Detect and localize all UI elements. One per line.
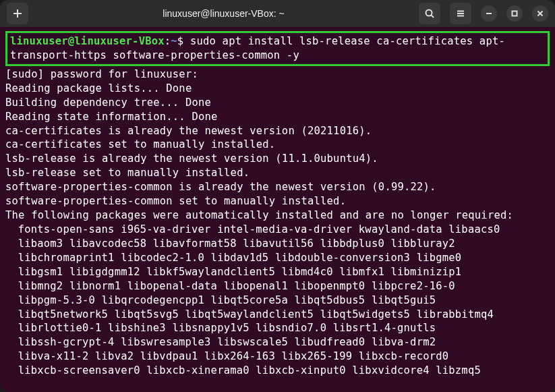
package-line: libssh-gcrypt-4 libswresample3 libswscal… bbox=[5, 335, 550, 349]
output-line: [sudo] password for linuxuser: bbox=[5, 67, 550, 82]
maximize-button[interactable] bbox=[506, 5, 523, 22]
package-line: libpgm-5.3-0 libqrcodegencpp1 libqt5core… bbox=[5, 293, 550, 308]
prompt-path: ~ bbox=[171, 35, 177, 47]
titlebar-right bbox=[419, 3, 548, 24]
window-title: linuxuser@linuxuser-VBox: ~ bbox=[34, 8, 413, 19]
terminal-window: linuxuser@linuxuser-VBox: ~ linuxuser@li… bbox=[0, 0, 555, 392]
titlebar: linuxuser@linuxuser-VBox: ~ bbox=[0, 0, 555, 27]
minimize-button[interactable] bbox=[481, 5, 497, 22]
output-line: software-properties-common is already th… bbox=[5, 180, 550, 194]
package-line: fonts-open-sans i965-va-driver intel-med… bbox=[5, 223, 550, 237]
output-line: lsb-release set to manually installed. bbox=[5, 166, 550, 180]
close-button[interactable] bbox=[532, 5, 548, 22]
output-line: software-properties-common set to manual… bbox=[5, 194, 550, 208]
prompt-dollar: $ bbox=[177, 35, 190, 47]
package-line: libgsm1 libigdgmm12 libkf5waylandclient5… bbox=[5, 265, 550, 279]
output-line: ca-certificates set to manually installe… bbox=[5, 138, 550, 152]
output-line: Reading state information... Done bbox=[5, 110, 550, 124]
prompt-user-host: linuxuser@linuxuser-VBox bbox=[10, 35, 165, 47]
titlebar-left bbox=[7, 3, 28, 24]
package-line: libxcb-screensaver0 libxcb-xinerama0 lib… bbox=[5, 364, 550, 378]
output-line: Building dependency tree... Done bbox=[5, 96, 550, 110]
package-line: libqt5network5 libqt5svg5 libqt5waylandc… bbox=[5, 308, 550, 322]
package-line: libaom3 libavcodec58 libavformat58 libav… bbox=[5, 237, 550, 251]
menu-button[interactable] bbox=[450, 3, 471, 24]
output-line: ca-certificates is already the newest ve… bbox=[5, 124, 550, 138]
new-tab-button[interactable] bbox=[7, 3, 28, 24]
command-highlight: linuxuser@linuxuser-VBox:~$ sudo apt ins… bbox=[5, 31, 550, 66]
prompt-colon: : bbox=[165, 35, 171, 47]
output-line: The following packages were automaticall… bbox=[5, 208, 550, 223]
output-line: Reading package lists... Done bbox=[5, 82, 550, 96]
package-line: libchromaprint1 libcodec2-1.0 libdav1d5 … bbox=[5, 251, 550, 265]
svg-rect-1 bbox=[513, 11, 517, 16]
package-line: libmng2 libnorm1 libopenal-data libopena… bbox=[5, 279, 550, 293]
terminal-body[interactable]: linuxuser@linuxuser-VBox:~$ sudo apt ins… bbox=[0, 27, 555, 392]
search-button[interactable] bbox=[419, 3, 440, 24]
package-line: librlottie0-1 libshine3 libsnappy1v5 lib… bbox=[5, 321, 550, 335]
svg-point-0 bbox=[426, 10, 432, 16]
output-line: lsb-release is already the newest versio… bbox=[5, 152, 550, 166]
package-line: libva-x11-2 libva2 libvdpau1 libx264-163… bbox=[5, 349, 550, 364]
